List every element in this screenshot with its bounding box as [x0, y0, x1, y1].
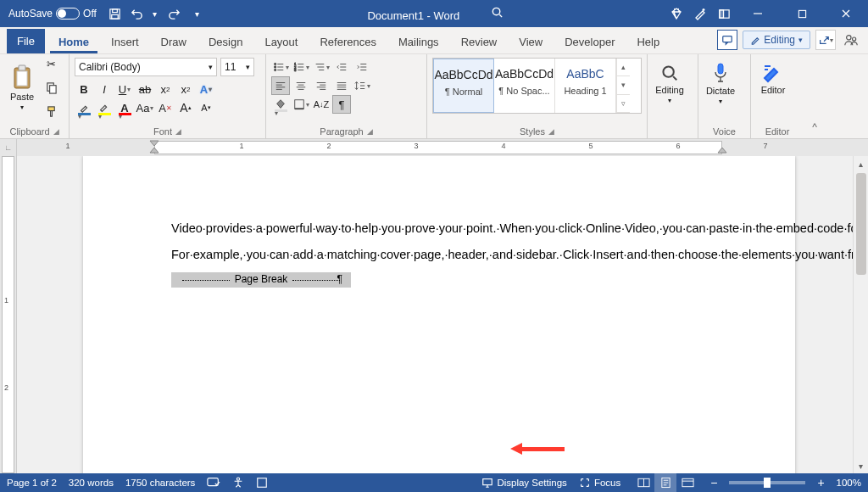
tab-view[interactable]: View: [510, 31, 551, 53]
style-no-spacing[interactable]: AaBbCcDd ¶ No Spac...: [494, 59, 555, 113]
horizontal-ruler[interactable]: ∟ 1 1 2 3 4 5 6 7: [0, 139, 868, 156]
grow-font-button[interactable]: A▴: [176, 98, 195, 117]
tab-review[interactable]: Review: [453, 31, 506, 53]
right-indent-marker[interactable]: [717, 147, 727, 154]
print-layout-button[interactable]: [654, 473, 676, 492]
macro-status-icon[interactable]: [256, 477, 268, 489]
zoom-out-button[interactable]: −: [710, 476, 717, 489]
clear-formatting-button[interactable]: A✕: [156, 98, 175, 117]
style-heading1[interactable]: AaBbC Heading 1: [555, 59, 616, 113]
tab-help[interactable]: Help: [628, 31, 668, 53]
vertical-scrollbar[interactable]: ▴ ▾: [853, 156, 868, 473]
styles-gallery[interactable]: AaBbCcDd ¶ Normal AaBbCcDd ¶ No Spac... …: [432, 58, 642, 114]
page-break-marker[interactable]: Page Break ¶: [171, 272, 351, 288]
dialog-launcher-icon[interactable]: ◢: [175, 127, 181, 136]
spelling-status[interactable]: [207, 477, 220, 489]
minimize-button[interactable]: [741, 0, 775, 27]
tab-home[interactable]: Home: [50, 31, 97, 53]
multilevel-list-button[interactable]: [312, 58, 331, 76]
maximize-button[interactable]: [785, 0, 819, 27]
copy-icon[interactable]: [42, 78, 60, 97]
tab-draw[interactable]: Draw: [153, 31, 195, 53]
undo-dropdown-icon[interactable]: ▾: [153, 9, 159, 19]
zoom-level[interactable]: 100%: [837, 478, 861, 488]
close-button[interactable]: [829, 0, 863, 27]
tab-file[interactable]: File: [7, 29, 45, 53]
save-icon[interactable]: [108, 7, 122, 20]
search-icon[interactable]: [490, 6, 504, 20]
vertical-ruler[interactable]: 1 2: [0, 156, 17, 473]
text-effects-button[interactable]: A: [197, 80, 215, 98]
bold-button[interactable]: B: [75, 80, 93, 98]
style-gallery-scroll[interactable]: ▴▾▿: [616, 59, 630, 113]
char-count-status[interactable]: 1750 characters: [125, 478, 195, 488]
bullets-button[interactable]: [271, 58, 290, 76]
decrease-indent-button[interactable]: [332, 58, 351, 76]
account-button[interactable]: [841, 30, 861, 50]
autosave-toggle[interactable]: AutoSave Off: [5, 8, 100, 20]
dialog-launcher-icon[interactable]: ◢: [53, 127, 59, 136]
redo-icon[interactable]: [168, 7, 181, 20]
paragraph-2[interactable]: For·example,·you·can·add·a·matching·cove…: [171, 246, 739, 264]
dialog-launcher-icon[interactable]: ◢: [548, 127, 554, 136]
accessibility-status[interactable]: [232, 477, 244, 489]
style-normal[interactable]: AaBbCcDd ¶ Normal: [433, 59, 494, 113]
highlight-color-button[interactable]: [95, 98, 114, 117]
collapse-ribbon-button[interactable]: ^: [804, 54, 826, 138]
qat-customize-icon[interactable]: ▾: [195, 9, 202, 19]
font-name-combo[interactable]: Calibri (Body)▾: [75, 58, 217, 76]
superscript-button[interactable]: x2: [176, 80, 195, 98]
zoom-slider-thumb[interactable]: [764, 478, 771, 488]
shrink-font-button[interactable]: A▾: [197, 98, 215, 117]
first-line-indent-marker[interactable]: [149, 140, 159, 154]
zoom-slider[interactable]: [729, 481, 805, 484]
align-right-button[interactable]: [312, 76, 331, 95]
paste-button[interactable]: Paste ▾: [5, 61, 39, 115]
tab-insert[interactable]: Insert: [103, 31, 147, 53]
dialog-launcher-icon[interactable]: ◢: [367, 127, 373, 136]
scroll-down-icon[interactable]: ▾: [854, 458, 868, 473]
sort-button[interactable]: A↓Z: [312, 95, 331, 114]
pen-sparkle-icon[interactable]: [693, 7, 707, 20]
dictate-button[interactable]: Dictate ▾: [704, 58, 737, 109]
diamond-icon[interactable]: [670, 7, 683, 20]
tab-references[interactable]: References: [311, 31, 384, 53]
scroll-up-icon[interactable]: ▴: [854, 156, 868, 171]
undo-icon[interactable]: [131, 7, 144, 20]
font-color-button[interactable]: A: [115, 98, 134, 117]
display-settings-button[interactable]: Display Settings: [481, 477, 566, 489]
zoom-in-button[interactable]: +: [817, 476, 824, 489]
borders-button[interactable]: [292, 95, 310, 114]
read-mode-button[interactable]: [632, 473, 654, 492]
increase-indent-button[interactable]: [353, 58, 371, 76]
page-number-status[interactable]: Page 1 of 2: [7, 478, 57, 488]
focus-button[interactable]: Focus: [579, 477, 620, 489]
format-painter-icon[interactable]: [42, 102, 60, 120]
justify-button[interactable]: [332, 76, 351, 95]
cut-icon[interactable]: ✂: [42, 54, 60, 73]
web-layout-button[interactable]: [676, 473, 698, 492]
scroll-thumb[interactable]: [856, 173, 866, 275]
align-left-button[interactable]: [271, 76, 290, 95]
editor-button[interactable]: Editor: [756, 58, 790, 98]
shading-button[interactable]: [271, 95, 290, 114]
comments-button[interactable]: [717, 30, 737, 50]
share-button[interactable]: ▾: [815, 30, 836, 50]
window-snap-icon[interactable]: [717, 7, 731, 20]
line-spacing-button[interactable]: [353, 76, 371, 95]
tab-developer[interactable]: Developer: [556, 31, 623, 53]
align-center-button[interactable]: [292, 76, 310, 95]
tab-selector[interactable]: ∟: [0, 139, 17, 156]
editing-button[interactable]: Editing ▾: [653, 58, 687, 108]
numbering-button[interactable]: 123: [292, 58, 310, 76]
change-case-button[interactable]: Aa: [136, 98, 154, 117]
underline-button[interactable]: U: [115, 80, 134, 98]
font-size-combo[interactable]: 11▾: [220, 58, 254, 76]
word-count-status[interactable]: 320 words: [69, 478, 114, 488]
strikethrough-button[interactable]: ab: [136, 80, 154, 98]
show-hide-button[interactable]: ¶: [332, 95, 351, 114]
document-area[interactable]: Video·provides·a·powerful·way·to·help·yo…: [17, 156, 853, 473]
page-body[interactable]: Video·provides·a·powerful·way·to·help·yo…: [171, 220, 739, 288]
paragraph-1[interactable]: Video·provides·a·powerful·way·to·help·yo…: [171, 220, 739, 238]
tab-mailings[interactable]: Mailings: [390, 31, 448, 53]
